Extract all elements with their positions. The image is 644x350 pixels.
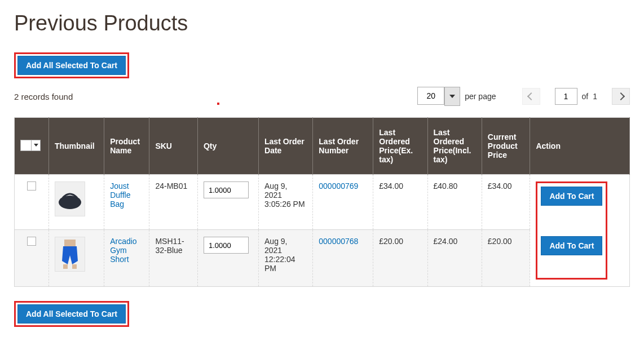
svg-point-0 xyxy=(59,196,81,209)
page-number-input[interactable] xyxy=(555,88,577,105)
chevron-left-icon xyxy=(527,92,535,100)
order-number-link[interactable]: 000000769 xyxy=(319,181,358,190)
order-number-link[interactable]: 000000768 xyxy=(319,237,358,246)
sku-cell: 24-MB01 xyxy=(149,175,198,230)
table-row: Joust Duffle Bag 24-MB01 Aug 9, 2021 3:0… xyxy=(15,175,630,230)
col-price-ex[interactable]: Last Ordered Price(Ex. tax) xyxy=(373,118,427,175)
svg-rect-2 xyxy=(63,264,68,269)
price-ex-cell: £20.00 xyxy=(373,230,427,287)
page-title: Previous Products xyxy=(14,11,630,36)
col-current-price[interactable]: Current Product Price xyxy=(482,118,530,175)
col-thumbnail[interactable]: Thumbnail xyxy=(48,118,104,175)
row-checkbox[interactable] xyxy=(27,237,36,246)
col-sku[interactable]: SKU xyxy=(149,118,198,175)
per-page-dropdown[interactable] xyxy=(444,87,460,106)
product-name-link[interactable]: Joust Duffle Bag xyxy=(110,181,130,209)
select-all-control[interactable] xyxy=(20,140,41,151)
col-last-order-date[interactable]: Last Order Date xyxy=(259,118,313,175)
price-incl-cell: £40.80 xyxy=(427,175,482,230)
col-price-incl[interactable]: Last Ordered Price(Incl. tax) xyxy=(427,118,482,175)
current-price-cell: £34.00 xyxy=(482,175,530,230)
add-to-cart-button[interactable]: Add To Cart xyxy=(541,236,602,255)
chevron-right-icon xyxy=(617,92,625,100)
col-action: Action xyxy=(530,118,630,175)
add-all-selected-top-button[interactable]: Add All Selected To Cart xyxy=(17,56,126,75)
date-cell: Aug 9, 2021 3:05:26 PM xyxy=(259,175,313,230)
prev-page-button[interactable] xyxy=(522,88,540,105)
highlight-bottom: Add All Selected To Cart xyxy=(14,301,129,327)
select-all-checkbox[interactable] xyxy=(20,140,32,151)
per-page-input[interactable] xyxy=(417,87,444,105)
product-thumbnail xyxy=(55,237,85,272)
per-page-label: per page xyxy=(465,92,496,101)
qty-input[interactable] xyxy=(204,237,249,254)
price-ex-cell: £34.00 xyxy=(373,175,427,230)
add-to-cart-button[interactable]: Add To Cart xyxy=(541,187,602,206)
red-dot xyxy=(217,103,219,105)
shorts-icon xyxy=(59,238,81,270)
records-found-label: 2 records found xyxy=(14,92,73,101)
products-table: Thumbnail Product Name SKU Qty Last Orde… xyxy=(14,117,630,287)
price-incl-cell: £24.00 xyxy=(427,230,482,287)
total-pages: 1 xyxy=(593,92,597,101)
col-product-name[interactable]: Product Name xyxy=(104,118,149,175)
next-page-button[interactable] xyxy=(612,88,630,105)
caret-down-icon xyxy=(34,144,38,147)
row-checkbox[interactable] xyxy=(27,181,36,190)
highlight-action: Add To Cart Add To Cart xyxy=(536,181,607,280)
add-all-selected-bottom-button[interactable]: Add All Selected To Cart xyxy=(17,304,126,324)
highlight-top: Add All Selected To Cart xyxy=(14,52,129,78)
qty-input[interactable] xyxy=(204,181,249,198)
date-cell: Aug 9, 2021 12:22:04 PM xyxy=(259,230,313,287)
product-name-link[interactable]: Arcadio Gym Short xyxy=(110,237,136,264)
col-qty[interactable]: Qty xyxy=(197,118,258,175)
svg-rect-1 xyxy=(64,240,76,246)
caret-down-icon xyxy=(449,95,455,98)
product-thumbnail xyxy=(55,181,85,216)
col-last-order-number[interactable]: Last Order Number xyxy=(313,118,373,175)
sku-cell: MSH11-32-Blue xyxy=(149,230,198,287)
svg-rect-3 xyxy=(72,264,77,269)
bag-icon xyxy=(56,188,84,210)
of-label: of xyxy=(582,92,589,101)
current-price-cell: £20.00 xyxy=(482,230,530,287)
